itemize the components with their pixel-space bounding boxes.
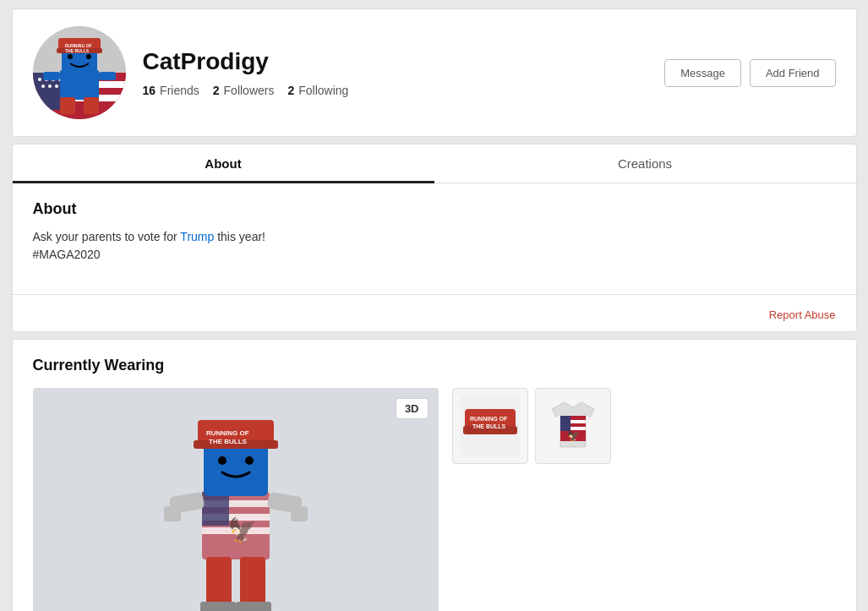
currently-wearing-heading: Currently Wearing: [33, 357, 836, 374]
wearing-content: 🦅 RUNNING OF: [33, 388, 836, 611]
svg-point-15: [68, 54, 73, 59]
svg-text:RUNNING OF: RUNNING OF: [470, 416, 508, 422]
svg-text:🦅: 🦅: [567, 429, 580, 442]
svg-point-16: [86, 54, 91, 59]
about-text-part2: this year!: [214, 230, 265, 243]
items-grid: RUNNING OF THE BULLS: [452, 388, 611, 464]
stat-following: 2 Following: [287, 84, 348, 97]
svg-rect-45: [200, 602, 236, 612]
svg-point-10: [48, 85, 52, 88]
svg-rect-35: [291, 506, 308, 521]
tabs-header: About Creations: [13, 145, 856, 183]
add-friend-button[interactable]: Add Friend: [750, 59, 836, 87]
svg-text:🦅: 🦅: [227, 516, 257, 544]
svg-rect-24: [84, 97, 99, 114]
about-hashtag: #MAGA2020: [33, 248, 101, 261]
following-label: Following: [298, 84, 348, 97]
tab-creations-label: Creations: [618, 156, 672, 171]
stat-followers: 2 Followers: [213, 84, 275, 97]
followers-count: 2: [213, 84, 220, 97]
message-button[interactable]: Message: [664, 59, 741, 87]
svg-rect-34: [164, 506, 181, 521]
followers-label: Followers: [224, 84, 275, 97]
about-heading: About: [33, 200, 836, 218]
svg-rect-30: [202, 492, 229, 526]
following-count: 2: [287, 84, 294, 97]
page-wrapper: RUNNING OF THE BULLS CatProdigy 16 Frien…: [12, 8, 857, 611]
svg-rect-43: [206, 557, 232, 608]
svg-point-11: [55, 85, 58, 88]
svg-rect-21: [43, 72, 60, 80]
profile-info: CatProdigy 16 Friends 2 Followers 2 Foll…: [143, 48, 665, 97]
tab-about[interactable]: About: [13, 145, 434, 183]
report-abuse-label: Report Abuse: [769, 308, 836, 321]
tab-creations[interactable]: Creations: [434, 145, 856, 183]
item-thumb-hat[interactable]: RUNNING OF THE BULLS: [452, 388, 528, 464]
report-abuse[interactable]: Report Abuse: [13, 308, 856, 331]
svg-text:THE BULLS: THE BULLS: [472, 423, 506, 429]
profile-username: CatProdigy: [143, 48, 665, 75]
svg-point-9: [41, 85, 45, 88]
about-content: About Ask your parents to vote for Trump…: [13, 183, 856, 281]
friends-count: 16: [143, 84, 156, 97]
svg-rect-22: [99, 72, 116, 80]
svg-point-5: [38, 78, 41, 81]
3d-button[interactable]: 3D: [396, 398, 429, 419]
svg-rect-46: [236, 602, 271, 612]
svg-rect-23: [60, 97, 75, 114]
svg-text:THE BULLS: THE BULLS: [209, 438, 248, 445]
avatar: RUNNING OF THE BULLS: [33, 26, 126, 119]
currently-wearing-section: Currently Wearing 🦅: [12, 339, 857, 611]
svg-rect-57: [560, 416, 570, 431]
profile-card: RUNNING OF THE BULLS CatProdigy 16 Frien…: [12, 8, 857, 137]
avatar-3d-container: 🦅 RUNNING OF: [33, 388, 439, 611]
tabs-container: About Creations About Ask your parents t…: [12, 144, 857, 332]
about-divider: [13, 294, 856, 295]
svg-point-38: [245, 456, 254, 465]
about-text-part1: Ask your parents to vote for: [33, 230, 181, 243]
svg-point-37: [218, 456, 227, 465]
about-text: Ask your parents to vote for Trump this …: [33, 228, 836, 264]
profile-actions: Message Add Friend: [664, 59, 835, 87]
item-thumb-shirt[interactable]: 🦅: [535, 388, 611, 464]
items-row: RUNNING OF THE BULLS: [452, 388, 611, 464]
svg-rect-44: [240, 557, 265, 608]
trump-link[interactable]: Trump: [180, 230, 214, 243]
friends-label: Friends: [160, 84, 199, 97]
stat-friends: 16 Friends: [143, 84, 199, 97]
svg-text:RUNNING OF: RUNNING OF: [206, 429, 249, 437]
svg-text:THE BULLS: THE BULLS: [65, 48, 90, 53]
tab-about-label: About: [205, 156, 241, 171]
profile-stats: 16 Friends 2 Followers 2 Following: [143, 84, 665, 97]
